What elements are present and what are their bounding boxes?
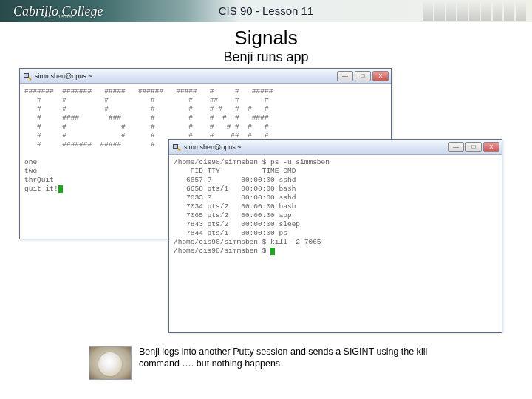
prompt-line: /home/cis90/simmsben $ [174, 247, 270, 255]
cursor-icon [58, 185, 63, 193]
banner-line: # # # # # # # # # # [24, 123, 269, 131]
output-line: two [24, 167, 37, 175]
window1-title: simmsben@opus:~ [35, 72, 92, 80]
ps-header: PID TTY TIME CMD [174, 167, 296, 175]
putty-icon [172, 143, 181, 151]
banner-line: ####### ####### ##### ###### ##### # # #… [24, 87, 273, 95]
window-controls-2: — □ X [448, 142, 502, 152]
output-line: thrQuit [24, 176, 54, 184]
footer: Benji logs into another Putty session an… [89, 346, 502, 380]
svg-rect-4 [174, 145, 177, 148]
cursor-icon [270, 248, 275, 255]
maximize-button[interactable]: □ [355, 71, 371, 81]
header-banner: Cabrillo College est. 1959 CIS 90 - Less… [0, 0, 532, 22]
svg-line-5 [178, 149, 180, 151]
ps-row: 6657 ? 00:00:00 sshd [174, 176, 296, 184]
ps-row: 7844 pts/1 00:00:00 ps [174, 229, 287, 237]
columns-decoration [423, 1, 526, 21]
slide-subheading: Benji runs app [0, 50, 532, 65]
slide-heading: Signals [0, 27, 532, 50]
prompt-line: /home/cis90/simmsben $ ps -u simmsben [174, 158, 330, 166]
footer-caption: Benji logs into another Putty session an… [139, 346, 464, 369]
output-line: one [24, 158, 37, 166]
titlebar-2: simmsben@opus:~ — □ X [169, 140, 502, 155]
titlebar-1: simmsben@opus:~ — □ X [20, 69, 391, 84]
banner-line: # #### ### # # # # # #### [24, 114, 269, 122]
window-controls-1: — □ X [337, 71, 391, 81]
svg-line-2 [29, 78, 31, 80]
output-line: quit it! [24, 185, 58, 193]
banner-line: # # # # # ## # # [24, 96, 269, 104]
ps-row: 7065 pts/2 00:00:00 app [174, 211, 292, 219]
close-button[interactable]: X [483, 142, 499, 152]
minimize-button[interactable]: — [448, 142, 464, 152]
window2-title: simmsben@opus:~ [184, 143, 241, 151]
ps-row: 7033 ? 00:00:00 sshd [174, 194, 296, 202]
terminal-stage: simmsben@opus:~ — □ X ####### ####### ##… [0, 68, 532, 341]
banner-line: # # # # # # # # # # [24, 105, 269, 113]
ps-row: 7843 pts/2 00:00:00 sleep [174, 220, 300, 228]
close-button[interactable]: X [372, 71, 389, 81]
dog-photo [89, 346, 132, 380]
svg-rect-1 [24, 74, 28, 77]
maximize-button[interactable]: □ [466, 142, 482, 152]
putty-window-2: simmsben@opus:~ — □ X /home/cis90/simmsb… [168, 139, 502, 332]
terminal-body-2[interactable]: /home/cis90/simmsben $ ps -u simmsben PI… [169, 155, 502, 332]
ps-row: 6658 pts/1 00:00:00 bash [174, 185, 296, 193]
minimize-button[interactable]: — [337, 71, 353, 81]
ps-row: 7034 pts/2 00:00:00 bash [174, 202, 296, 211]
putty-icon [23, 72, 32, 81]
prompt-line: /home/cis90/simmsben $ kill -2 7065 [174, 238, 321, 246]
